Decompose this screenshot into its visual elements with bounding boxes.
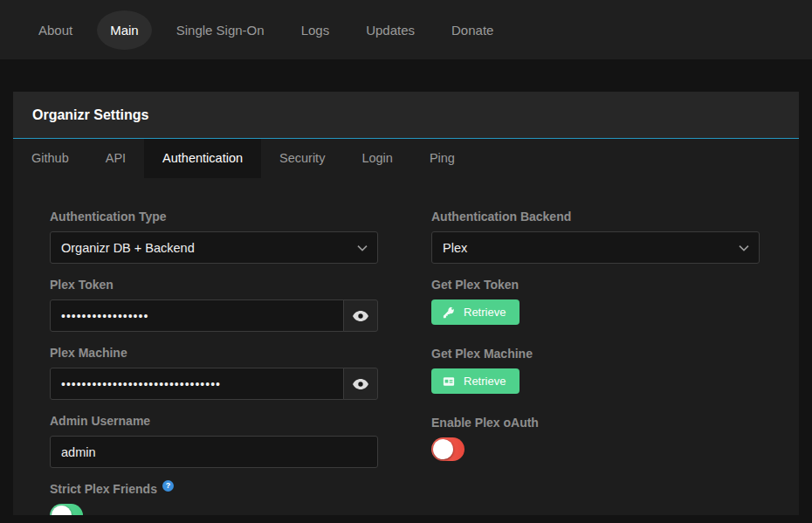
get-plex-token-label: Get Plex Token (431, 278, 760, 292)
plex-machine-input-group (50, 368, 378, 400)
label-text: Get Plex Token (431, 278, 519, 292)
get-plex-machine-field: Get Plex Machine Retrieve (431, 347, 760, 394)
strict-plex-friends-toggle[interactable] (50, 504, 83, 515)
tab-login[interactable]: Login (343, 139, 410, 178)
label-text: Get Plex Machine (431, 347, 533, 361)
admin-username-label: Admin Username (50, 414, 378, 428)
panel-header: Organizr Settings (13, 92, 799, 139)
plex-machine-reveal-button[interactable] (343, 368, 378, 400)
tab-api[interactable]: API (87, 139, 144, 178)
settings-panel: Organizr Settings Github API Authenticat… (13, 92, 799, 515)
tab-ping[interactable]: Ping (411, 139, 473, 178)
plex-machine-field: Plex Machine (50, 346, 378, 400)
nav-single-sign-on[interactable]: Single Sign-On (164, 16, 277, 45)
authentication-backend-select[interactable]: Plex (431, 231, 760, 264)
top-nav: About Main Single Sign-On Logs Updates D… (0, 0, 812, 59)
label-text: Admin Username (50, 414, 150, 428)
toggle-knob (52, 506, 72, 515)
eye-icon (353, 311, 368, 321)
page-title: Organizr Settings (32, 107, 148, 123)
strict-plex-friends-label: Strict Plex Friends ? (50, 482, 378, 496)
plex-token-input[interactable] (50, 299, 344, 332)
plex-machine-label: Plex Machine (50, 346, 378, 360)
plex-token-field: Plex Token (50, 278, 378, 332)
toggle-knob (433, 439, 453, 459)
label-text: Plex Token (50, 278, 114, 292)
retrieve-plex-token-button[interactable]: Retrieve (431, 299, 520, 325)
admin-username-input[interactable] (50, 436, 378, 468)
selected-value: Organizr DB + Backend (61, 241, 195, 255)
retrieve-plex-machine-button[interactable]: Retrieve (431, 368, 520, 394)
eye-icon (353, 379, 368, 389)
label-text: Plex Machine (50, 346, 127, 360)
machine-icon (443, 375, 455, 388)
help-icon[interactable]: ? (162, 480, 174, 492)
plex-token-reveal-button[interactable] (343, 299, 378, 332)
tab-github[interactable]: Github (13, 139, 87, 178)
selected-value: Plex (443, 241, 467, 255)
nav-logs[interactable]: Logs (289, 16, 342, 45)
button-label: Retrieve (464, 306, 506, 319)
label-text: Authentication Type (50, 210, 167, 224)
auth-settings-form: Authentication Type Organizr DB + Backen… (13, 178, 799, 515)
nav-donate[interactable]: Donate (439, 16, 506, 45)
enable-plex-oauth-toggle[interactable] (431, 437, 464, 461)
authentication-type-field: Authentication Type Organizr DB + Backen… (50, 210, 378, 264)
label-text: Enable Plex oAuth (431, 416, 539, 430)
enable-plex-oauth-field: Enable Plex oAuth (431, 416, 760, 461)
label-text: Strict Plex Friends (50, 482, 157, 496)
plex-token-label: Plex Token (50, 278, 378, 292)
settings-tabs: Github API Authentication Security Login… (13, 139, 799, 178)
enable-plex-oauth-label: Enable Plex oAuth (431, 416, 760, 430)
key-icon (443, 306, 455, 319)
chevron-down-icon (739, 244, 749, 251)
authentication-backend-field: Authentication Backend Plex (431, 210, 760, 264)
strict-plex-friends-field: Strict Plex Friends ? (50, 482, 378, 515)
authentication-type-label: Authentication Type (50, 210, 378, 224)
tab-authentication[interactable]: Authentication (144, 139, 261, 178)
left-column: Authentication Type Organizr DB + Backen… (50, 210, 378, 515)
label-text: Authentication Backend (431, 210, 571, 224)
button-label: Retrieve (464, 375, 506, 388)
nav-updates[interactable]: Updates (354, 16, 427, 45)
plex-machine-input[interactable] (50, 368, 344, 400)
chevron-down-icon (357, 244, 368, 251)
right-column: Authentication Backend Plex Get Plex Tok… (431, 210, 760, 515)
get-plex-machine-label: Get Plex Machine (431, 347, 760, 361)
nav-main[interactable]: Main (97, 10, 152, 50)
get-plex-token-field: Get Plex Token Retrieve (431, 278, 760, 325)
authentication-backend-label: Authentication Backend (431, 210, 760, 224)
admin-username-field: Admin Username (50, 414, 378, 468)
authentication-type-select[interactable]: Organizr DB + Backend (50, 231, 378, 264)
tab-security[interactable]: Security (261, 139, 343, 178)
nav-about[interactable]: About (26, 16, 85, 45)
plex-token-input-group (50, 299, 378, 332)
